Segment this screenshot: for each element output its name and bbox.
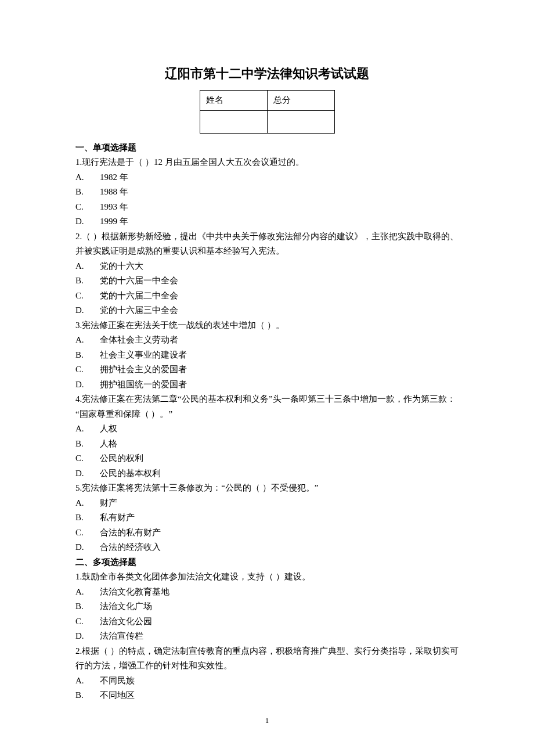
page-number: 1 <box>0 714 534 727</box>
option-letter: A. <box>75 170 100 185</box>
option-letter: D. <box>75 214 100 229</box>
info-table: 姓名 总分 <box>200 90 335 134</box>
score-field[interactable] <box>267 110 334 133</box>
option-text: 法治文化公园 <box>100 617 152 626</box>
option-text: 拥护社会主义的爱国者 <box>100 365 187 374</box>
option-letter: A. <box>75 496 100 511</box>
option-letter: B. <box>75 688 100 703</box>
option-text: 合法的私有财产 <box>100 528 161 537</box>
s1-q1-option-b[interactable]: B.1988 年 <box>75 185 459 200</box>
s1-q5-option-a[interactable]: A.财产 <box>75 496 459 511</box>
option-letter: A. <box>75 422 100 437</box>
option-text: 法治文化教育基地 <box>100 587 169 596</box>
s2-q2-option-a[interactable]: A.不同民族 <box>75 674 459 689</box>
option-letter: C. <box>75 289 100 304</box>
option-letter: A. <box>75 674 100 689</box>
s1-q3-option-b[interactable]: B.社会主义事业的建设者 <box>75 348 459 363</box>
s2-q1-option-b[interactable]: B.法治文化广场 <box>75 599 459 614</box>
option-text: 党的十六届二中全会 <box>100 291 178 300</box>
option-text: 1993 年 <box>100 202 128 211</box>
option-text: 合法的经济收入 <box>100 542 161 552</box>
option-text: 1982 年 <box>100 172 128 182</box>
s1-q1-option-a[interactable]: A.1982 年 <box>75 170 459 185</box>
s1-q1-option-d[interactable]: D.1999 年 <box>75 214 459 229</box>
option-letter: C. <box>75 614 100 629</box>
s1-q4-text: 4.宪法修正案在宪法第二章“公民的基本权利和义务”头一条即第三十三条中增加一款，… <box>75 392 459 422</box>
option-letter: D. <box>75 466 100 481</box>
name-header: 姓名 <box>200 91 267 111</box>
option-letter: C. <box>75 525 100 541</box>
option-letter: C. <box>75 451 100 466</box>
option-text: 法治文化广场 <box>100 602 152 611</box>
name-field[interactable] <box>200 110 267 133</box>
option-text: 社会主义事业的建设者 <box>100 350 187 359</box>
option-letter: A. <box>75 259 100 274</box>
exam-page: 辽阳市第十二中学法律知识考试试题 姓名 总分 一、单项选择题 1.现行宪法是于（… <box>0 0 534 756</box>
s1-q5-option-d[interactable]: D.合法的经济收入 <box>75 540 459 555</box>
s1-q1-text: 1.现行宪法是于（ ）12 月由五届全国人大五次会议通过的。 <box>75 155 459 170</box>
option-letter: B. <box>75 599 100 614</box>
option-text: 党的十六届三中全会 <box>100 305 178 315</box>
option-text: 人权 <box>100 424 117 433</box>
s1-q2-option-d[interactable]: D.党的十六届三中全会 <box>75 303 459 318</box>
s2-q2-option-b[interactable]: B.不同地区 <box>75 688 459 703</box>
option-text: 党的十六大 <box>100 261 143 271</box>
option-letter: D. <box>75 303 100 318</box>
s1-q2-option-c[interactable]: C.党的十六届二中全会 <box>75 289 459 304</box>
option-text: 拥护祖国统一的爱国者 <box>100 380 187 389</box>
option-letter: D. <box>75 377 100 393</box>
option-text: 党的十六届一中全会 <box>100 276 178 285</box>
s1-q4-option-d[interactable]: D.公民的基本权利 <box>75 466 459 481</box>
option-text: 公民的权利 <box>100 453 143 463</box>
s1-q4-option-b[interactable]: B.人格 <box>75 437 459 452</box>
option-text: 私有财产 <box>100 513 135 522</box>
option-text: 不同民族 <box>100 676 135 685</box>
s1-q3-option-c[interactable]: C.拥护社会主义的爱国者 <box>75 362 459 377</box>
table-row: 姓名 总分 <box>200 91 334 111</box>
option-letter: C. <box>75 200 100 215</box>
s1-q2-option-a[interactable]: A.党的十六大 <box>75 259 459 274</box>
option-text: 人格 <box>100 439 117 448</box>
option-letter: B. <box>75 437 100 452</box>
s2-q1-option-c[interactable]: C.法治文化公园 <box>75 614 459 629</box>
s1-q3-option-a[interactable]: A.全体社会主义劳动者 <box>75 333 459 348</box>
section-2-heading: 二、多项选择题 <box>75 555 459 570</box>
option-text: 1988 年 <box>100 187 128 196</box>
s2-q1-option-d[interactable]: D.法治宣传栏 <box>75 629 459 644</box>
s1-q5-option-c[interactable]: C.合法的私有财产 <box>75 525 459 541</box>
s1-q4-option-c[interactable]: C.公民的权利 <box>75 451 459 466</box>
s1-q3-text: 3.宪法修正案在宪法关于统一战线的表述中增加（ ）。 <box>75 318 459 333</box>
s1-q2-option-b[interactable]: B.党的十六届一中全会 <box>75 273 459 289</box>
option-letter: B. <box>75 510 100 525</box>
option-text: 公民的基本权利 <box>100 469 161 478</box>
page-title: 辽阳市第十二中学法律知识考试试题 <box>75 63 459 84</box>
s1-q2-text: 2.（ ）根据新形势新经验，提出《中共中央关于修改宪法部分内容的建议》，主张把实… <box>75 229 459 259</box>
option-text: 1999 年 <box>100 217 128 226</box>
s1-q5-text: 5.宪法修正案将宪法第十三条修改为：“公民的（ ）不受侵犯。” <box>75 481 459 496</box>
option-letter: C. <box>75 362 100 377</box>
option-letter: D. <box>75 629 100 644</box>
option-letter: B. <box>75 185 100 200</box>
option-letter: B. <box>75 273 100 289</box>
s1-q5-option-b[interactable]: B.私有财产 <box>75 510 459 525</box>
option-text: 法治宣传栏 <box>100 631 143 640</box>
s1-q3-option-d[interactable]: D.拥护祖国统一的爱国者 <box>75 377 459 393</box>
section-1-heading: 一、单项选择题 <box>75 141 459 156</box>
option-text: 财产 <box>100 498 117 507</box>
option-text: 不同地区 <box>100 690 135 700</box>
s2-q2-text: 2.根据（ ）的特点，确定法制宣传教育的重点内容，积极培育推广典型、实行分类指导… <box>75 644 459 674</box>
option-text: 全体社会主义劳动者 <box>100 335 178 344</box>
option-letter: A. <box>75 333 100 348</box>
s1-q1-option-c[interactable]: C.1993 年 <box>75 200 459 215</box>
option-letter: A. <box>75 585 100 600</box>
s2-q1-option-a[interactable]: A.法治文化教育基地 <box>75 585 459 600</box>
score-header: 总分 <box>267 91 334 111</box>
option-letter: B. <box>75 348 100 363</box>
s1-q4-option-a[interactable]: A.人权 <box>75 422 459 437</box>
s2-q1-text: 1.鼓励全市各类文化团体参加法治文化建设，支持（ ）建设。 <box>75 570 459 585</box>
option-letter: D. <box>75 540 100 555</box>
table-row <box>200 110 334 133</box>
